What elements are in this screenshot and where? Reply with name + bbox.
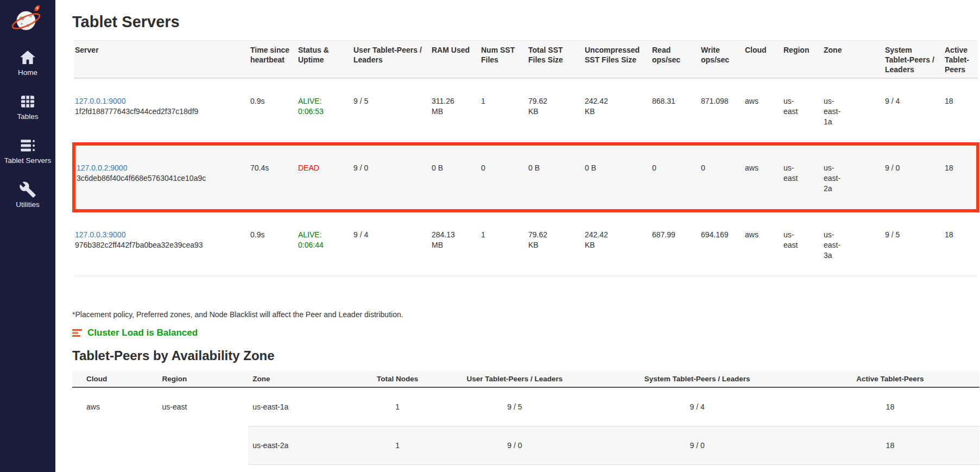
region-cell: us-east — [782, 211, 823, 276]
cluster-load-status: Cluster Load is Balanced — [72, 328, 979, 338]
read-ops-cell: 687.99 — [651, 211, 700, 276]
server-link[interactable]: 127.0.0.3:9000 — [75, 230, 125, 239]
home-icon — [18, 49, 37, 66]
az-col-header-total-nodes: Total Nodes — [359, 371, 436, 387]
col-header-region: Region — [782, 41, 823, 79]
status-text: ALIVE: — [298, 96, 347, 106]
col-header-num-sst: Num SST Files — [480, 41, 527, 79]
uptime-text: 0:06:44 — [298, 240, 347, 250]
sidebar-item-label: Tables — [17, 112, 38, 121]
server-cell: 127.0.0.1:9000 1f2fd188777643cf944ced2f3… — [74, 78, 249, 144]
planet-rocket-icon — [10, 3, 45, 36]
az-active-tp-cell: 18 — [801, 426, 979, 465]
load-balancer-bars-icon — [72, 329, 82, 337]
col-header-active-tp: Active Tablet-Peers — [944, 41, 978, 79]
status-cell: DEAD — [297, 144, 352, 211]
sidebar: Home Tables Tabl — [0, 0, 55, 472]
sst-size-cell: 0 B — [527, 144, 584, 211]
tablet-servers-table: Server Time since heartbeat Status & Upt… — [72, 40, 979, 276]
status-cell: ALIVE: 0:06:53 — [297, 78, 352, 144]
sidebar-item-tablet-servers[interactable]: Tablet Servers — [0, 137, 55, 165]
az-total-nodes-cell: 1 — [359, 426, 436, 465]
az-user-tp-cell: 9 / 5 — [435, 387, 593, 426]
cloud-cell: aws — [744, 144, 782, 211]
col-header-heartbeat: Time since heartbeat — [249, 41, 297, 79]
num-sst-cell: 0 — [480, 144, 527, 211]
az-system-tp-cell: 9 / 5 — [593, 465, 800, 472]
cloud-cell: aws — [744, 211, 782, 276]
az-zone-cell: us-east-1a — [248, 387, 359, 426]
cloud-cell: aws — [744, 78, 782, 144]
col-header-server: Server — [74, 41, 249, 79]
unc-sst-cell: 242.42 KB — [584, 211, 651, 276]
az-section-title: Tablet-Peers by Availability Zone — [72, 348, 979, 363]
user-tp-cell: 9 / 4 — [352, 211, 431, 276]
server-cell: 127.0.0.2:9000 3c6deb86f40c4f668e5763041… — [74, 144, 249, 211]
az-total-nodes-cell: 1 — [359, 387, 436, 426]
page-title: Tablet Servers — [72, 12, 979, 32]
col-header-ram: RAM Used — [431, 41, 480, 79]
sidebar-item-label: Tablet Servers — [4, 156, 51, 165]
tablet-peers-by-az-table: Cloud Region Zone Total Nodes User Table… — [72, 371, 979, 472]
zone-cell: us-east-3a — [823, 211, 884, 276]
num-sst-cell: 1 — [480, 211, 527, 276]
server-uuid: 976b382c2ff442f7ba0bea32e39cea93 — [75, 240, 244, 250]
server-row-2-highlighted: 127.0.0.2:9000 3c6deb86f40c4f668e5763041… — [74, 144, 978, 211]
az-col-header-active-tp: Active Tablet-Peers — [801, 371, 979, 387]
server-uuid: 3c6deb86f40c4f668e5763041ce10a9c — [77, 173, 244, 184]
col-header-status: Status & Uptime — [297, 41, 352, 79]
tablet-servers-icon — [18, 137, 37, 154]
az-col-header-zone: Zone — [248, 371, 359, 387]
unc-sst-cell: 242.42 KB — [584, 78, 651, 144]
active-tp-cell: 18 — [944, 211, 978, 276]
yugabytedb-logo[interactable] — [10, 3, 45, 35]
sidebar-item-label: Home — [18, 68, 37, 77]
server-link[interactable]: 127.0.0.2:9000 — [77, 163, 127, 172]
az-zone-cell: us-east-2a — [248, 426, 359, 465]
heartbeat-cell: 0.9s — [249, 78, 297, 144]
active-tp-cell: 18 — [944, 144, 978, 211]
az-col-header-system-tp: System Tablet-Peers / Leaders — [593, 371, 800, 387]
az-cloud-cell: aws — [72, 387, 158, 472]
status-cell: ALIVE: 0:06:44 — [297, 211, 352, 276]
cluster-load-status-text: Cluster Load is Balanced — [87, 328, 198, 338]
sst-size-cell: 79.62 KB — [527, 78, 584, 144]
server-cell: 127.0.0.3:9000 976b382c2ff442f7ba0bea32e… — [74, 211, 249, 276]
sidebar-item-home[interactable]: Home — [0, 49, 55, 77]
sidebar-item-label: Utilities — [16, 200, 40, 209]
col-header-write-ops: Write ops/sec — [700, 41, 744, 79]
server-link[interactable]: 127.0.0.1:9000 — [75, 97, 125, 105]
zone-cell: us-east-2a — [823, 144, 884, 211]
ram-cell: 284.13 MB — [431, 211, 480, 276]
col-header-user-tp: User Tablet-Peers / Leaders — [352, 41, 431, 79]
az-col-header-region: Region — [158, 371, 249, 387]
write-ops-cell: 0 — [700, 144, 744, 211]
col-header-system-tp: System Tablet-Peers / Leaders — [884, 41, 944, 79]
az-col-header-cloud: Cloud — [72, 371, 158, 387]
server-row-3: 127.0.0.3:9000 976b382c2ff442f7ba0bea32e… — [74, 211, 978, 276]
az-row-1: aws us-east us-east-1a 1 9 / 5 9 / 4 18 — [72, 387, 979, 426]
user-tp-cell: 9 / 0 — [352, 144, 431, 211]
az-total-nodes-cell: 1 — [359, 465, 436, 472]
sidebar-item-utilities[interactable]: Utilities — [0, 181, 55, 209]
utilities-wrench-icon — [18, 181, 37, 198]
server-row-1: 127.0.0.1:9000 1f2fd188777643cf944ced2f3… — [74, 78, 978, 144]
read-ops-cell: 0 — [651, 144, 700, 211]
col-header-cloud: Cloud — [744, 41, 782, 79]
az-header-row: Cloud Region Zone Total Nodes User Table… — [72, 371, 979, 387]
unc-sst-cell: 0 B — [584, 144, 651, 211]
region-cell: us-east — [782, 144, 823, 211]
system-tp-cell: 9 / 0 — [884, 144, 944, 211]
server-uuid: 1f2fd188777643cf944ced2f37c18df9 — [75, 106, 244, 117]
sidebar-item-tables[interactable]: Tables — [0, 93, 55, 121]
system-tp-cell: 9 / 4 — [884, 78, 944, 144]
write-ops-cell: 694.169 — [700, 211, 744, 276]
user-tp-cell: 9 / 5 — [352, 78, 431, 144]
col-header-zone: Zone — [823, 41, 884, 79]
az-region-cell: us-east — [158, 387, 249, 472]
num-sst-cell: 1 — [480, 78, 527, 144]
tables-icon — [18, 93, 37, 110]
col-header-sst-size: Total SST Files Size — [527, 41, 584, 79]
heartbeat-cell: 70.4s — [249, 144, 297, 211]
system-tp-cell: 9 / 5 — [884, 211, 944, 276]
